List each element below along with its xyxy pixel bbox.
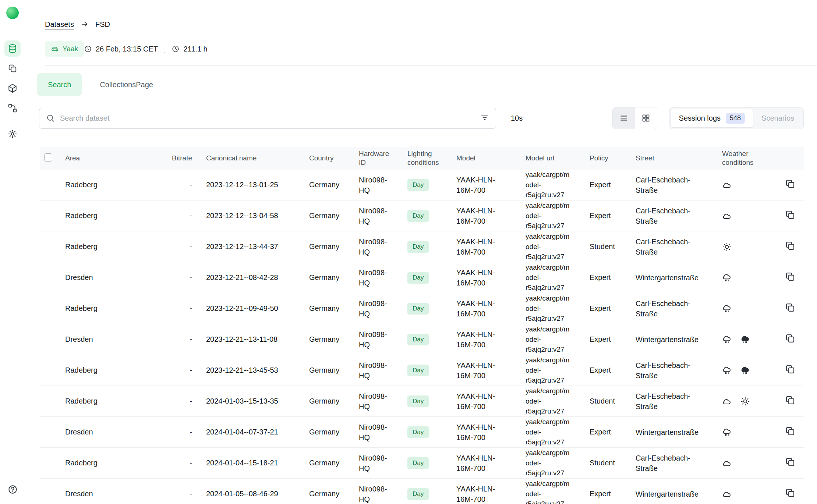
bitrate-cell: -: [168, 366, 206, 375]
select-all-checkbox[interactable]: [44, 153, 52, 162]
clock-icon: [84, 45, 92, 53]
col-header-lighting-conditions: Lighting conditions: [407, 149, 456, 167]
dataset-meta-row: Yaak 26 Feb, 13:15 CET . 211.1 h: [45, 41, 804, 57]
copy-button[interactable]: [785, 488, 795, 499]
copy-button[interactable]: [785, 241, 795, 252]
policy-cell: Expert: [590, 212, 636, 220]
lighting-cell: Day: [407, 303, 456, 315]
lighting-badge: Day: [407, 365, 429, 376]
table-row[interactable]: Dresden - 2023-12-21--08-42-28 Germany N…: [40, 262, 804, 293]
model-url-cell: yaak/cargpt/model-r5ajq2ru:v27: [526, 324, 590, 355]
tab-search[interactable]: Search: [37, 73, 82, 96]
settings-icon: [8, 129, 17, 139]
copy-button[interactable]: [785, 302, 795, 314]
policy-cell: Student: [590, 397, 636, 405]
model-url-cell: yaak/cargpt/model-r5ajq2ru:v27: [526, 262, 590, 293]
copy-icon: [785, 210, 795, 220]
sidebar: [0, 0, 25, 504]
table-row[interactable]: Radeberg - 2023-12-21--13-45-53 Germany …: [40, 355, 804, 386]
weather-cell: [722, 366, 785, 375]
table-row[interactable]: Dresden - 2023-12-21--13-11-08 Germany N…: [40, 324, 804, 355]
country-cell: Germany: [309, 335, 359, 344]
sidebar-item-workflow[interactable]: [4, 100, 21, 116]
copy-button[interactable]: [785, 271, 795, 283]
vehicle-badge[interactable]: Yaak: [45, 41, 84, 57]
lighting-cell: Day: [407, 179, 456, 191]
col-header-bitrate: Bitrate: [168, 154, 206, 162]
list-view-button[interactable]: [613, 107, 635, 129]
copy-button[interactable]: [785, 457, 795, 468]
model-url-cell: yaak/cargpt/model-r5ajq2ru:v27: [526, 355, 590, 386]
table-row[interactable]: Radeberg - 2023-12-21--09-49-50 Germany …: [40, 293, 804, 324]
area-cell: Radeberg: [65, 366, 168, 375]
street-cell: Wintergartenstraße: [636, 489, 722, 499]
hardware-id-cell: Niro098-HQ: [359, 267, 407, 288]
session-logs-toggle[interactable]: Session logs 548: [671, 109, 753, 128]
tab-collections-page[interactable]: CollectionsPage: [89, 73, 164, 96]
lighting-cell: Day: [407, 365, 456, 376]
header-divider: [45, 65, 817, 66]
copy-button[interactable]: [785, 210, 795, 221]
app-logo[interactable]: [6, 7, 19, 19]
grid-view-button[interactable]: [635, 107, 657, 129]
grid-view-icon: [641, 114, 650, 123]
copy-cell: [785, 241, 804, 253]
sidebar-item-settings[interactable]: [4, 126, 21, 142]
canonical-name-cell: 2023-12-12--13-04-58: [206, 212, 309, 220]
copy-button[interactable]: [785, 426, 795, 437]
scenarios-toggle[interactable]: Scenarios: [753, 109, 802, 128]
breadcrumb-datasets[interactable]: Datasets: [45, 20, 74, 29]
lighting-cell: Day: [407, 426, 456, 438]
copy-button[interactable]: [785, 333, 795, 345]
model-cell: YAAK-HLN-16M-700: [456, 298, 526, 319]
rain-icon: [722, 427, 732, 437]
street-cell: Carl-Eschebach-Straße: [636, 453, 722, 473]
policy-cell: Expert: [590, 273, 636, 282]
weather-cell: [722, 489, 785, 499]
filter-button[interactable]: [480, 113, 489, 123]
sidebar-item-database[interactable]: [4, 40, 21, 57]
rain-icon: [722, 366, 732, 375]
table-header: Area Bitrate Canonical name Country Hard…: [40, 147, 804, 170]
lighting-badge: Day: [407, 395, 429, 407]
sidebar-item-box[interactable]: [4, 80, 21, 96]
table-row[interactable]: Dresden - 2024-01-05--08-46-29 Germany N…: [40, 479, 804, 504]
help-button[interactable]: [8, 485, 18, 496]
table-body: Radeberg - 2023-12-12--13-01-25 Germany …: [40, 170, 804, 504]
hardware-id-cell: Niro098-HQ: [359, 422, 407, 443]
area-cell: Dresden: [65, 490, 168, 498]
weather-cell: [722, 211, 785, 221]
table-row[interactable]: Radeberg - 2023-12-12--13-44-37 Germany …: [40, 231, 804, 262]
toolbar: 10s Session logs 548 Scenarios: [37, 107, 804, 129]
model-cell: YAAK-HLN-16M-700: [456, 422, 526, 443]
hardware-id-cell: Niro098-HQ: [359, 175, 407, 195]
model-cell: YAAK-HLN-16M-700: [456, 267, 526, 288]
copy-button[interactable]: [785, 364, 795, 376]
area-cell: Dresden: [65, 335, 168, 344]
lighting-badge: Day: [407, 426, 429, 438]
meta-separator: .: [164, 47, 166, 55]
copy-icon: [785, 364, 795, 375]
copy-cell: [785, 395, 804, 407]
country-cell: Germany: [309, 242, 359, 251]
cloud-icon: [722, 211, 732, 221]
sidebar-item-layers[interactable]: [4, 60, 21, 77]
rain-icon: [722, 304, 732, 313]
canonical-name-cell: 2024-01-05--08-46-29: [206, 490, 309, 498]
table-row[interactable]: Dresden - 2024-01-04--07-37-21 Germany N…: [40, 417, 804, 448]
sun-icon: [740, 397, 750, 406]
area-cell: Dresden: [65, 428, 168, 436]
street-cell: Carl-Eschebach-Straße: [636, 391, 722, 412]
cloud-icon: [722, 397, 732, 406]
refresh-interval[interactable]: 10s: [511, 114, 523, 123]
table-row[interactable]: Radeberg - 2023-12-12--13-04-58 Germany …: [40, 200, 804, 231]
table-row[interactable]: Radeberg - 2024-01-03--15-13-35 Germany …: [40, 386, 804, 417]
copy-button[interactable]: [785, 395, 795, 407]
table-row[interactable]: Radeberg - 2023-12-12--13-01-25 Germany …: [40, 170, 804, 200]
dataset-duration: 211.1 h: [171, 45, 207, 53]
copy-button[interactable]: [785, 179, 795, 190]
col-header-model: Model: [456, 154, 526, 162]
lighting-cell: Day: [407, 210, 456, 222]
table-row[interactable]: Radeberg - 2024-01-04--15-18-21 Germany …: [40, 448, 804, 479]
search-input[interactable]: [60, 114, 475, 123]
